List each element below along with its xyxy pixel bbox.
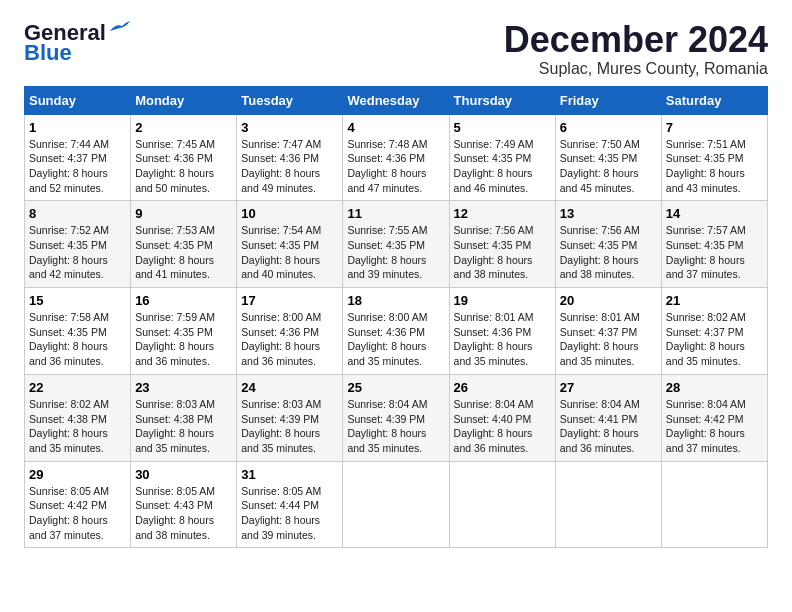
calendar-week-2: 8Sunrise: 7:52 AMSunset: 4:35 PMDaylight…: [25, 201, 768, 288]
header-tuesday: Tuesday: [237, 86, 343, 114]
day-number: 24: [241, 380, 338, 395]
day-number: 15: [29, 293, 126, 308]
day-detail: Sunrise: 7:53 AMSunset: 4:35 PMDaylight:…: [135, 223, 232, 282]
day-number: 31: [241, 467, 338, 482]
day-number: 20: [560, 293, 657, 308]
day-number: 27: [560, 380, 657, 395]
day-number: 6: [560, 120, 657, 135]
logo-blue: Blue: [24, 40, 72, 66]
day-number: 10: [241, 206, 338, 221]
logo-bird-icon: [108, 21, 130, 37]
day-detail: Sunrise: 7:58 AMSunset: 4:35 PMDaylight:…: [29, 310, 126, 369]
calendar-cell: 27Sunrise: 8:04 AMSunset: 4:41 PMDayligh…: [555, 374, 661, 461]
calendar-cell: 13Sunrise: 7:56 AMSunset: 4:35 PMDayligh…: [555, 201, 661, 288]
calendar-cell: 14Sunrise: 7:57 AMSunset: 4:35 PMDayligh…: [661, 201, 767, 288]
calendar-cell: 15Sunrise: 7:58 AMSunset: 4:35 PMDayligh…: [25, 288, 131, 375]
calendar-cell: 8Sunrise: 7:52 AMSunset: 4:35 PMDaylight…: [25, 201, 131, 288]
calendar-cell: 31Sunrise: 8:05 AMSunset: 4:44 PMDayligh…: [237, 461, 343, 548]
header-saturday: Saturday: [661, 86, 767, 114]
day-number: 25: [347, 380, 444, 395]
day-number: 21: [666, 293, 763, 308]
day-detail: Sunrise: 7:52 AMSunset: 4:35 PMDaylight:…: [29, 223, 126, 282]
day-detail: Sunrise: 7:59 AMSunset: 4:35 PMDaylight:…: [135, 310, 232, 369]
header-wednesday: Wednesday: [343, 86, 449, 114]
calendar-cell: [661, 461, 767, 548]
calendar-week-3: 15Sunrise: 7:58 AMSunset: 4:35 PMDayligh…: [25, 288, 768, 375]
calendar-cell: 24Sunrise: 8:03 AMSunset: 4:39 PMDayligh…: [237, 374, 343, 461]
page-title: December 2024: [504, 20, 768, 60]
calendar-cell: [555, 461, 661, 548]
calendar-cell: 1Sunrise: 7:44 AMSunset: 4:37 PMDaylight…: [25, 114, 131, 201]
calendar-cell: 26Sunrise: 8:04 AMSunset: 4:40 PMDayligh…: [449, 374, 555, 461]
calendar-cell: 10Sunrise: 7:54 AMSunset: 4:35 PMDayligh…: [237, 201, 343, 288]
day-number: 19: [454, 293, 551, 308]
day-number: 18: [347, 293, 444, 308]
page-subtitle: Suplac, Mures County, Romania: [504, 60, 768, 78]
day-number: 3: [241, 120, 338, 135]
day-number: 26: [454, 380, 551, 395]
calendar-header-row: Sunday Monday Tuesday Wednesday Thursday…: [25, 86, 768, 114]
day-detail: Sunrise: 8:04 AMSunset: 4:42 PMDaylight:…: [666, 397, 763, 456]
calendar-cell: 5Sunrise: 7:49 AMSunset: 4:35 PMDaylight…: [449, 114, 555, 201]
day-detail: Sunrise: 7:54 AMSunset: 4:35 PMDaylight:…: [241, 223, 338, 282]
day-number: 5: [454, 120, 551, 135]
day-detail: Sunrise: 8:04 AMSunset: 4:40 PMDaylight:…: [454, 397, 551, 456]
day-detail: Sunrise: 8:02 AMSunset: 4:38 PMDaylight:…: [29, 397, 126, 456]
calendar-cell: 17Sunrise: 8:00 AMSunset: 4:36 PMDayligh…: [237, 288, 343, 375]
calendar-cell: 3Sunrise: 7:47 AMSunset: 4:36 PMDaylight…: [237, 114, 343, 201]
day-number: 7: [666, 120, 763, 135]
day-detail: Sunrise: 8:01 AMSunset: 4:36 PMDaylight:…: [454, 310, 551, 369]
day-number: 2: [135, 120, 232, 135]
calendar-week-1: 1Sunrise: 7:44 AMSunset: 4:37 PMDaylight…: [25, 114, 768, 201]
day-number: 16: [135, 293, 232, 308]
day-number: 9: [135, 206, 232, 221]
day-detail: Sunrise: 7:49 AMSunset: 4:35 PMDaylight:…: [454, 137, 551, 196]
day-detail: Sunrise: 7:47 AMSunset: 4:36 PMDaylight:…: [241, 137, 338, 196]
calendar-cell: 25Sunrise: 8:04 AMSunset: 4:39 PMDayligh…: [343, 374, 449, 461]
day-number: 22: [29, 380, 126, 395]
day-detail: Sunrise: 8:00 AMSunset: 4:36 PMDaylight:…: [241, 310, 338, 369]
title-block: December 2024 Suplac, Mures County, Roma…: [504, 20, 768, 78]
day-number: 23: [135, 380, 232, 395]
day-number: 12: [454, 206, 551, 221]
day-detail: Sunrise: 8:04 AMSunset: 4:41 PMDaylight:…: [560, 397, 657, 456]
day-number: 30: [135, 467, 232, 482]
day-detail: Sunrise: 8:01 AMSunset: 4:37 PMDaylight:…: [560, 310, 657, 369]
day-detail: Sunrise: 8:05 AMSunset: 4:42 PMDaylight:…: [29, 484, 126, 543]
day-number: 13: [560, 206, 657, 221]
calendar-cell: 16Sunrise: 7:59 AMSunset: 4:35 PMDayligh…: [131, 288, 237, 375]
day-detail: Sunrise: 8:03 AMSunset: 4:39 PMDaylight:…: [241, 397, 338, 456]
calendar-cell: [449, 461, 555, 548]
day-number: 11: [347, 206, 444, 221]
day-detail: Sunrise: 8:04 AMSunset: 4:39 PMDaylight:…: [347, 397, 444, 456]
day-detail: Sunrise: 7:50 AMSunset: 4:35 PMDaylight:…: [560, 137, 657, 196]
day-detail: Sunrise: 8:02 AMSunset: 4:37 PMDaylight:…: [666, 310, 763, 369]
calendar-cell: 23Sunrise: 8:03 AMSunset: 4:38 PMDayligh…: [131, 374, 237, 461]
calendar-cell: 12Sunrise: 7:56 AMSunset: 4:35 PMDayligh…: [449, 201, 555, 288]
calendar-cell: 4Sunrise: 7:48 AMSunset: 4:36 PMDaylight…: [343, 114, 449, 201]
calendar-cell: 20Sunrise: 8:01 AMSunset: 4:37 PMDayligh…: [555, 288, 661, 375]
header-sunday: Sunday: [25, 86, 131, 114]
calendar-cell: 22Sunrise: 8:02 AMSunset: 4:38 PMDayligh…: [25, 374, 131, 461]
calendar-week-5: 29Sunrise: 8:05 AMSunset: 4:42 PMDayligh…: [25, 461, 768, 548]
day-detail: Sunrise: 7:48 AMSunset: 4:36 PMDaylight:…: [347, 137, 444, 196]
day-detail: Sunrise: 8:03 AMSunset: 4:38 PMDaylight:…: [135, 397, 232, 456]
day-number: 17: [241, 293, 338, 308]
day-detail: Sunrise: 7:56 AMSunset: 4:35 PMDaylight:…: [454, 223, 551, 282]
day-detail: Sunrise: 7:57 AMSunset: 4:35 PMDaylight:…: [666, 223, 763, 282]
day-number: 28: [666, 380, 763, 395]
day-detail: Sunrise: 8:05 AMSunset: 4:44 PMDaylight:…: [241, 484, 338, 543]
calendar-cell: 21Sunrise: 8:02 AMSunset: 4:37 PMDayligh…: [661, 288, 767, 375]
day-detail: Sunrise: 7:55 AMSunset: 4:35 PMDaylight:…: [347, 223, 444, 282]
calendar-cell: [343, 461, 449, 548]
calendar-cell: 2Sunrise: 7:45 AMSunset: 4:36 PMDaylight…: [131, 114, 237, 201]
calendar-cell: 6Sunrise: 7:50 AMSunset: 4:35 PMDaylight…: [555, 114, 661, 201]
day-number: 8: [29, 206, 126, 221]
day-detail: Sunrise: 7:45 AMSunset: 4:36 PMDaylight:…: [135, 137, 232, 196]
day-number: 14: [666, 206, 763, 221]
header-thursday: Thursday: [449, 86, 555, 114]
calendar-table: Sunday Monday Tuesday Wednesday Thursday…: [24, 86, 768, 549]
calendar-cell: 28Sunrise: 8:04 AMSunset: 4:42 PMDayligh…: [661, 374, 767, 461]
header-friday: Friday: [555, 86, 661, 114]
calendar-cell: 7Sunrise: 7:51 AMSunset: 4:35 PMDaylight…: [661, 114, 767, 201]
